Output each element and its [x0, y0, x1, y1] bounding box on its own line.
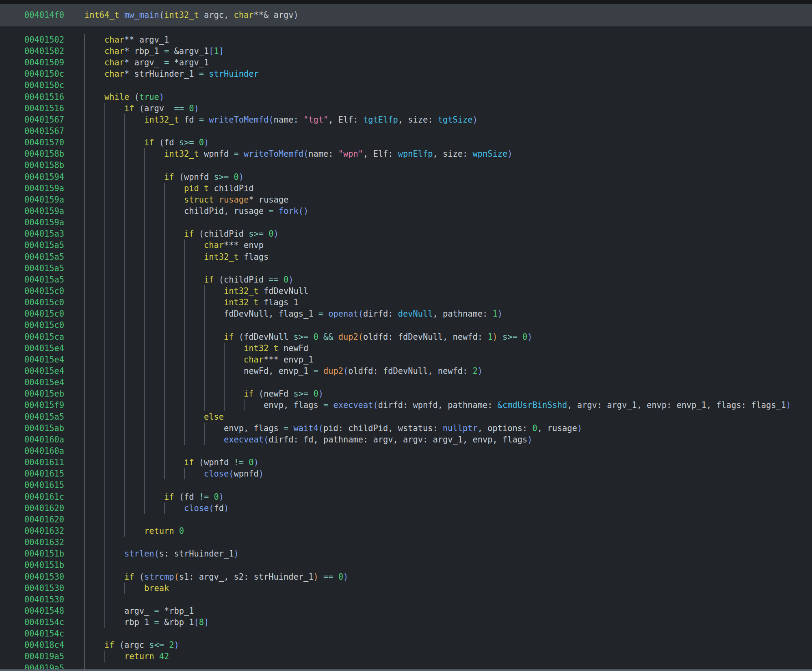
line-address[interactable]: 004015ca: [24, 331, 64, 343]
code-text[interactable]: if (wpnfd s>= 0): [164, 171, 244, 183]
line-address[interactable]: 004015a5: [24, 411, 64, 423]
horizontal-scrollbar[interactable]: [0, 669, 812, 671]
code-text[interactable]: int32_t fdDevNull: [224, 285, 308, 297]
code-text[interactable]: char*** envp_1: [244, 354, 313, 365]
code-text[interactable]: if (argc s<= 2): [104, 639, 179, 651]
line-address[interactable]: 0040151b: [24, 559, 64, 571]
code-text[interactable]: fdDevNull, flags_1 = openat(dirfd: devNu…: [224, 308, 502, 319]
line-address[interactable]: 004015e4: [24, 343, 64, 354]
line-address[interactable]: 004015a5: [24, 274, 64, 285]
line-address[interactable]: 0040158b: [24, 148, 64, 160]
code-line[interactable]: 004015caif (fdDevNull s>= 0 && dup2(oldf…: [0, 331, 812, 343]
line-address[interactable]: 00401516: [24, 103, 64, 114]
code-line[interactable]: 0040159achildPid, rusage = fork(): [0, 205, 812, 217]
code-text[interactable]: return 0: [144, 525, 184, 537]
code-text[interactable]: else: [204, 411, 224, 423]
code-line[interactable]: 0040160a: [0, 445, 812, 457]
line-address[interactable]: 004015c0: [24, 319, 64, 331]
code-text[interactable]: if (fdDevNull s>= 0 && dup2(oldfd: fdDev…: [224, 331, 532, 343]
code-line[interactable]: 00401594if (wpnfd s>= 0): [0, 171, 812, 183]
line-address[interactable]: 004018c4: [24, 639, 64, 651]
code-text[interactable]: if (fd s>= 0): [144, 137, 209, 148]
code-text[interactable]: return 42: [124, 651, 169, 662]
line-address[interactable]: 00401502: [24, 34, 64, 45]
code-line[interactable]: 00401632: [0, 537, 812, 548]
code-text[interactable]: int32_t newFd: [244, 343, 308, 354]
code-line[interactable]: 004015a5char*** envp: [0, 239, 812, 251]
function-signature-line[interactable]: 004014f0 int64_t mw_main(int32_t argc, c…: [0, 4, 812, 26]
code-line[interactable]: 0040159apid_t childPid: [0, 183, 812, 194]
code-line[interactable]: 0040161cif (fd != 0): [0, 491, 812, 503]
code-line[interactable]: 00401516if (argv_ == 0): [0, 103, 812, 114]
code-text[interactable]: if (fd != 0): [164, 491, 224, 503]
line-address[interactable]: 00401516: [24, 91, 64, 103]
code-line[interactable]: 004015e4char*** envp_1: [0, 354, 812, 365]
code-text[interactable]: char* argv_ = *argv_1: [104, 57, 209, 68]
code-line[interactable]: 00401615close(wpnfd): [0, 468, 812, 479]
code-text[interactable]: execveat(dirfd: fd, pathname: argv, argv…: [224, 434, 532, 445]
line-address[interactable]: 00401530: [24, 571, 64, 583]
code-line[interactable]: 00401611if (wpnfd != 0): [0, 457, 812, 468]
line-address[interactable]: 0040159a: [24, 194, 64, 205]
line-address[interactable]: 004015c0: [24, 308, 64, 319]
code-text[interactable]: close(wpnfd): [204, 468, 264, 479]
code-text[interactable]: struct rusage* rusage: [184, 194, 288, 205]
line-address[interactable]: 00401567: [24, 114, 64, 125]
code-line[interactable]: 004015e4newFd, envp_1 = dup2(oldfd: fdDe…: [0, 365, 812, 377]
code-line[interactable]: 004015abenvp, flags = wait4(pid: childPi…: [0, 423, 812, 434]
code-line[interactable]: 0040154crbp_1 = &rbp_1[8]: [0, 617, 812, 628]
code-line[interactable]: 0040160aexecveat(dirfd: fd, pathname: ar…: [0, 434, 812, 445]
decompiler-code-view[interactable]: 00401502char** argv_100401502char* rbp_1…: [0, 34, 812, 671]
code-line[interactable]: 004015e4: [0, 377, 812, 388]
line-address[interactable]: 00401509: [24, 57, 64, 68]
line-address[interactable]: 004015e4: [24, 365, 64, 377]
code-line[interactable]: 004015f9envp, flags = execveat(dirfd: wp…: [0, 399, 812, 411]
code-text[interactable]: childPid, rusage = fork(): [184, 205, 308, 217]
code-text[interactable]: strlen(s: strHuinder_1): [124, 548, 239, 559]
code-line[interactable]: 00401548argv_ = *rbp_1: [0, 605, 812, 617]
code-line[interactable]: 00401615: [0, 479, 812, 491]
line-address[interactable]: 004019a5: [24, 651, 64, 662]
function-address[interactable]: 004014f0: [24, 4, 64, 26]
line-address[interactable]: 004015a5: [24, 263, 64, 274]
code-line[interactable]: 00401509char* argv_ = *argv_1: [0, 57, 812, 68]
line-address[interactable]: 004015e4: [24, 377, 64, 388]
line-address[interactable]: 0040159a: [24, 205, 64, 217]
code-line[interactable]: 004015e4int32_t newFd: [0, 343, 812, 354]
code-line[interactable]: 0040150c: [0, 80, 812, 91]
line-address[interactable]: 00401620: [24, 503, 64, 514]
code-text[interactable]: char* rbp_1 = &argv_1[1]: [104, 45, 224, 57]
code-line[interactable]: 00401502char** argv_1: [0, 34, 812, 45]
code-line[interactable]: 004018c4if (argc s<= 2): [0, 639, 812, 651]
line-address[interactable]: 004015a5: [24, 251, 64, 263]
code-line[interactable]: 00401567int32_t fd = writeToMemfd(name: …: [0, 114, 812, 125]
line-address[interactable]: 0040154c: [24, 617, 64, 628]
code-line[interactable]: 00401516while (true): [0, 91, 812, 103]
code-line[interactable]: 004015a5if (childPid == 0): [0, 274, 812, 285]
code-line[interactable]: 004015a3if (childPid s>= 0): [0, 228, 812, 239]
code-text[interactable]: envp, flags = wait4(pid: childPid, wstat…: [224, 423, 582, 434]
code-text[interactable]: argv_ = *rbp_1: [124, 605, 194, 617]
code-line[interactable]: 0040150cchar* strHuinder_1 = strHuinder: [0, 68, 812, 80]
code-line[interactable]: 004015c0int32_t fdDevNull: [0, 285, 812, 297]
line-address[interactable]: 004015a3: [24, 228, 64, 239]
code-line[interactable]: 0040154c: [0, 628, 812, 639]
code-line[interactable]: 00401502char* rbp_1 = &argv_1[1]: [0, 45, 812, 57]
line-address[interactable]: 004015ab: [24, 423, 64, 434]
line-address[interactable]: 00401632: [24, 537, 64, 548]
code-text[interactable]: pid_t childPid: [184, 183, 253, 194]
function-signature[interactable]: int64_t mw_main(int32_t argc, char**& ar…: [84, 4, 299, 26]
line-address[interactable]: 0040151b: [24, 548, 64, 559]
code-text[interactable]: if (childPid s>= 0): [184, 228, 279, 239]
line-address[interactable]: 0040150c: [24, 80, 64, 91]
code-line[interactable]: 00401530if (strcmp(s1: argv_, s2: strHui…: [0, 571, 812, 583]
line-address[interactable]: 00401632: [24, 525, 64, 537]
code-line[interactable]: 0040151bstrlen(s: strHuinder_1): [0, 548, 812, 559]
code-text[interactable]: if (wpnfd != 0): [184, 457, 259, 468]
line-address[interactable]: 0040159a: [24, 217, 64, 228]
code-text[interactable]: if (argv_ == 0): [124, 103, 199, 114]
code-text[interactable]: close(fd): [184, 503, 229, 514]
code-text[interactable]: if (strcmp(s1: argv_, s2: strHuinder_1) …: [124, 571, 348, 583]
code-line[interactable]: 004015c0: [0, 319, 812, 331]
code-text[interactable]: int32_t wpnfd = writeToMemfd(name: "wpn"…: [164, 148, 512, 160]
